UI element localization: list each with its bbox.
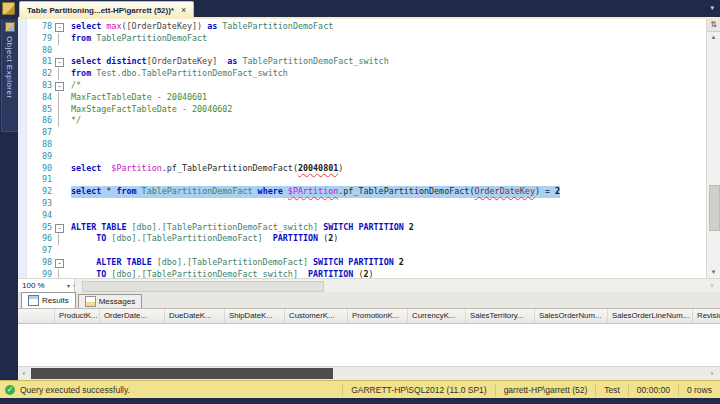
messages-tab-label: Messages bbox=[99, 297, 135, 306]
collapse-box-icon[interactable]: - bbox=[52, 222, 67, 234]
window-bottom-edge bbox=[0, 398, 720, 404]
column-header-salesordernum[interactable]: SalesOrderNum... bbox=[535, 309, 608, 323]
code-line-92[interactable]: 92select * from TablePartitionDemoFact w… bbox=[26, 186, 706, 198]
code-text: MaxFactTableDate - 20040601 bbox=[71, 92, 207, 104]
status-database: Test bbox=[595, 384, 628, 396]
line-number: 90 bbox=[26, 163, 52, 175]
code-text: ALTER TABLE [dbo].[TablePartitionDemoFac… bbox=[71, 257, 404, 269]
close-icon[interactable]: × bbox=[181, 6, 186, 15]
code-area[interactable]: 78-select max([OrderDateKey]) as TablePa… bbox=[26, 21, 706, 278]
editor-vertical-scrollbar[interactable]: ⇅ ▲ ▼ bbox=[706, 19, 720, 292]
collapse-box-icon[interactable]: - bbox=[52, 21, 67, 33]
line-number: 87 bbox=[26, 127, 52, 139]
row-header-cell[interactable] bbox=[18, 309, 55, 323]
outline-spacer bbox=[52, 186, 67, 198]
line-number: 97 bbox=[26, 245, 52, 257]
code-line-96[interactable]: 96 TO [dbo].[TablePartitionDemoFact] PAR… bbox=[26, 233, 706, 245]
outline-bar bbox=[52, 68, 67, 80]
status-server: GARRETT-HP\SQL2012 (11.0 SP1) bbox=[342, 384, 494, 396]
results-horizontal-scrollbar[interactable]: ‹ › bbox=[18, 366, 720, 381]
line-number: 84 bbox=[26, 92, 52, 104]
code-line-80[interactable]: 80 bbox=[26, 45, 706, 57]
code-line-95[interactable]: 95-ALTER TABLE [dbo].[TablePartitionDemo… bbox=[26, 222, 706, 234]
scroll-down-icon[interactable]: ▼ bbox=[707, 266, 720, 278]
column-header-salesorderlinenum[interactable]: SalesOrderLineNum... bbox=[608, 309, 693, 323]
results-tab-label: Results bbox=[42, 296, 69, 305]
code-line-97[interactable]: 97 bbox=[26, 245, 706, 257]
code-line-93[interactable]: 93 bbox=[26, 198, 706, 210]
editor-hscroll-thumb[interactable] bbox=[82, 281, 324, 292]
status-row-count: 0 rows bbox=[678, 384, 720, 396]
column-header-revisionnum[interactable]: RevisionNum... bbox=[693, 309, 720, 323]
code-line-94[interactable]: 94 bbox=[26, 210, 706, 222]
code-line-86[interactable]: 86*/ bbox=[26, 115, 706, 127]
editor-vscroll-thumb[interactable] bbox=[709, 185, 720, 231]
zoom-level-value: 100 % bbox=[22, 281, 45, 290]
code-text: select max([OrderDateKey]) as TableParti… bbox=[71, 21, 333, 33]
code-text: TO [dbo].[TablePartitionDemoFact_switch]… bbox=[71, 269, 374, 278]
tab-messages[interactable]: Messages bbox=[78, 294, 142, 308]
code-line-84[interactable]: 84MaxFactTableDate - 20040601 bbox=[26, 92, 706, 104]
outline-bar bbox=[52, 115, 67, 127]
line-number: 91 bbox=[26, 174, 52, 186]
code-text: ALTER TABLE [dbo].[TablePartitionDemoFac… bbox=[71, 222, 414, 234]
line-number: 82 bbox=[26, 68, 52, 80]
scroll-left-icon[interactable]: ‹ bbox=[68, 279, 80, 292]
scroll-right-icon[interactable]: › bbox=[706, 367, 718, 380]
code-text: MaxStageFactTableDate - 20040602 bbox=[71, 104, 232, 116]
column-header-promotionk[interactable]: PromotionK... bbox=[348, 309, 408, 323]
scroll-right-icon[interactable]: › bbox=[706, 279, 718, 292]
column-header-orderdate[interactable]: OrderDate... bbox=[100, 309, 165, 323]
status-session: garrett-HP\garrett (52) bbox=[495, 384, 596, 396]
app-icon bbox=[2, 2, 15, 15]
document-tab[interactable]: Table Partitioning...ett-HP\garrett (52)… bbox=[19, 1, 194, 18]
collapse-box-icon[interactable]: - bbox=[52, 257, 67, 269]
results-hscroll-thumb[interactable] bbox=[31, 368, 333, 379]
object-explorer-tab[interactable]: Object Explorer bbox=[1, 19, 19, 132]
code-line-88[interactable]: 88 bbox=[26, 139, 706, 151]
column-header-salesterritory[interactable]: SalesTerritory... bbox=[466, 309, 535, 323]
code-line-90[interactable]: 90select $Partition.pf_TablePartitionDem… bbox=[26, 163, 706, 175]
zoom-level-dropdown[interactable]: 100 % ▾ bbox=[18, 279, 75, 292]
outline-spacer bbox=[52, 174, 67, 186]
code-line-83[interactable]: 83-/* bbox=[26, 80, 706, 92]
column-header-duedatek[interactable]: DueDateK... bbox=[165, 309, 225, 323]
tab-results[interactable]: Results bbox=[21, 292, 76, 308]
status-bar: ✓ Query executed successfully. GARRETT-H… bbox=[0, 380, 720, 399]
ssms-window: Table Partitioning...ett-HP\garrett (52)… bbox=[0, 0, 720, 404]
column-header-shipdatek[interactable]: ShipDateK... bbox=[225, 309, 285, 323]
code-line-81[interactable]: 81-select distinct[OrderDateKey] as Tabl… bbox=[26, 56, 706, 68]
status-message: Query executed successfully. bbox=[20, 385, 342, 395]
query-editor[interactable]: 78-select max([OrderDateKey]) as TablePa… bbox=[18, 19, 706, 278]
code-line-79[interactable]: 79from TablePartitionDemoFact bbox=[26, 33, 706, 45]
code-text: select $Partition.pf_TablePartitionDemoF… bbox=[71, 163, 343, 175]
code-line-78[interactable]: 78-select max([OrderDateKey]) as TablePa… bbox=[26, 21, 706, 33]
document-tab-title: Table Partitioning...ett-HP\garrett (52)… bbox=[27, 6, 174, 15]
line-number: 85 bbox=[26, 104, 52, 116]
collapse-box-icon[interactable]: - bbox=[52, 80, 67, 92]
outline-bar bbox=[52, 33, 67, 45]
results-grid-body[interactable] bbox=[18, 324, 720, 367]
column-header-currencyk[interactable]: CurrencyK... bbox=[408, 309, 466, 323]
scroll-up-icon[interactable]: ▲ bbox=[707, 31, 720, 43]
code-line-99[interactable]: 99 TO [dbo].[TablePartitionDemoFact_swit… bbox=[26, 269, 706, 278]
code-line-85[interactable]: 85MaxStageFactTableDate - 20040602 bbox=[26, 104, 706, 116]
code-line-82[interactable]: 82from Test.dbo.TablePartitionDemoFact_s… bbox=[26, 68, 706, 80]
outline-spacer bbox=[52, 45, 67, 57]
code-line-91[interactable]: 91 bbox=[26, 174, 706, 186]
code-line-89[interactable]: 89 bbox=[26, 151, 706, 163]
column-header-customerk[interactable]: CustomerK... bbox=[285, 309, 348, 323]
scroll-left-icon[interactable]: ‹ bbox=[18, 367, 30, 380]
code-line-98[interactable]: 98- ALTER TABLE [dbo].[TablePartitionDem… bbox=[26, 257, 706, 269]
line-number: 88 bbox=[26, 139, 52, 151]
outline-bar bbox=[52, 269, 67, 278]
results-grid-header: ProductK...OrderDate...DueDateK...ShipDa… bbox=[18, 309, 720, 324]
collapse-box-icon[interactable]: - bbox=[52, 56, 67, 68]
object-explorer-icon bbox=[5, 22, 15, 32]
line-number: 96 bbox=[26, 233, 52, 245]
column-header-productk[interactable]: ProductK... bbox=[55, 309, 100, 323]
code-line-87[interactable]: 87 bbox=[26, 127, 706, 139]
messages-icon bbox=[85, 296, 96, 307]
chevron-down-icon[interactable]: ▾ bbox=[710, 4, 714, 12]
line-number: 81 bbox=[26, 56, 52, 68]
